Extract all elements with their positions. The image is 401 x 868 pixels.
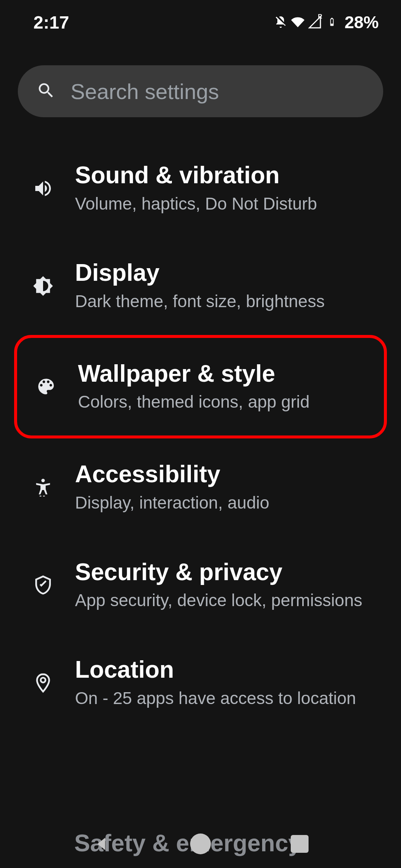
search-bar[interactable] xyxy=(18,65,383,117)
status-icons: R 28% xyxy=(274,12,379,32)
nav-recent-button[interactable] xyxy=(288,833,311,855)
nav-back-button[interactable] xyxy=(90,833,113,855)
location-icon xyxy=(30,670,56,696)
status-time: 2:17 xyxy=(33,12,69,33)
svg-point-1 xyxy=(41,479,45,482)
item-subtitle: Dark theme, font size, brightness xyxy=(75,290,339,313)
nav-home-button[interactable] xyxy=(189,833,212,855)
item-subtitle: Display, interaction, audio xyxy=(75,492,284,514)
item-subtitle: Volume, haptics, Do Not Disturb xyxy=(75,193,332,215)
item-subtitle: On - 25 apps have access to location xyxy=(75,687,371,710)
item-title: Wallpaper & style xyxy=(78,360,325,388)
search-input[interactable] xyxy=(71,79,365,104)
wifi-icon xyxy=(291,16,304,29)
palette-icon xyxy=(33,373,59,400)
display-icon xyxy=(30,273,56,299)
settings-item-accessibility[interactable]: Accessibility Display, interaction, audi… xyxy=(0,438,401,536)
settings-item-security[interactable]: Security & privacy App security, device … xyxy=(0,536,401,634)
item-subtitle: Colors, themed icons, app grid xyxy=(78,391,325,413)
search-icon xyxy=(36,81,56,102)
item-title: Sound & vibration xyxy=(75,162,332,189)
item-subtitle: App security, device lock, permissions xyxy=(75,589,377,612)
item-title: Accessibility xyxy=(75,461,284,488)
battery-icon xyxy=(325,16,339,29)
status-bar: 2:17 R 28% xyxy=(0,0,401,45)
settings-item-location[interactable]: Location On - 25 apps have access to loc… xyxy=(0,634,401,731)
signal-icon: R xyxy=(308,16,322,29)
settings-item-sound[interactable]: Sound & vibration Volume, haptics, Do No… xyxy=(0,139,401,237)
navigation-bar xyxy=(0,820,401,868)
settings-item-display[interactable]: Display Dark theme, font size, brightnes… xyxy=(0,237,401,335)
settings-list: Sound & vibration Volume, haptics, Do No… xyxy=(0,125,401,731)
dnd-off-icon xyxy=(274,16,287,29)
accessibility-icon xyxy=(30,474,56,501)
settings-item-wallpaper[interactable]: Wallpaper & style Colors, themed icons, … xyxy=(14,335,387,438)
svg-rect-0 xyxy=(331,24,333,26)
battery-percent: 28% xyxy=(345,12,379,32)
item-title: Display xyxy=(75,259,339,287)
shield-icon xyxy=(30,572,56,598)
sound-icon xyxy=(30,175,56,202)
item-title: Security & privacy xyxy=(75,559,377,586)
item-title: Location xyxy=(75,656,371,684)
